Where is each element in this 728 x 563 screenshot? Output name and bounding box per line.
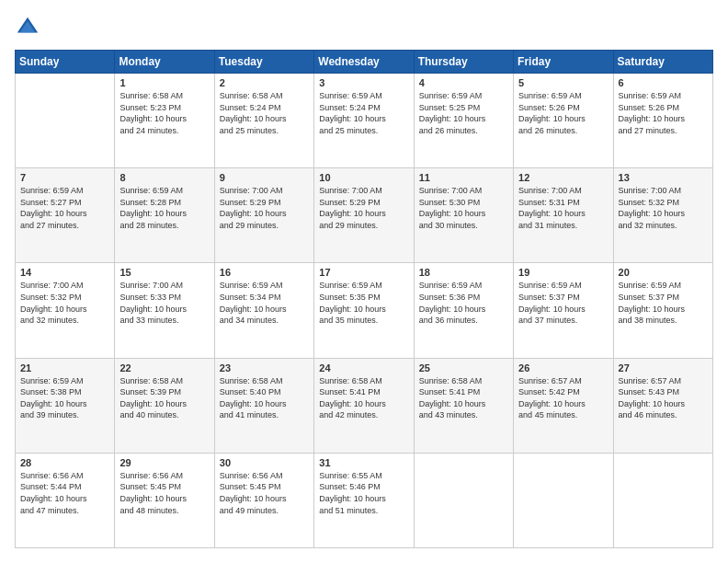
column-header-wednesday: Wednesday xyxy=(314,51,414,74)
calendar-cell: 6Sunrise: 6:59 AM Sunset: 5:26 PM Daylig… xyxy=(613,74,712,168)
day-info: Sunrise: 6:59 AM Sunset: 5:34 PM Dayligh… xyxy=(220,280,309,326)
calendar-cell: 31Sunrise: 6:55 AM Sunset: 5:46 PM Dayli… xyxy=(314,453,414,547)
day-info: Sunrise: 7:00 AM Sunset: 5:32 PM Dayligh… xyxy=(619,185,708,231)
calendar-week-2: 7Sunrise: 6:59 AM Sunset: 5:27 PM Daylig… xyxy=(16,168,713,263)
day-info: Sunrise: 6:59 AM Sunset: 5:37 PM Dayligh… xyxy=(619,280,708,326)
logo xyxy=(15,15,44,40)
day-info: Sunrise: 6:57 AM Sunset: 5:43 PM Dayligh… xyxy=(619,375,708,421)
day-number: 28 xyxy=(20,457,109,468)
day-info: Sunrise: 6:59 AM Sunset: 5:24 PM Dayligh… xyxy=(319,90,408,136)
day-number: 13 xyxy=(619,172,708,183)
day-number: 19 xyxy=(518,267,608,278)
day-number: 20 xyxy=(619,267,708,278)
column-header-thursday: Thursday xyxy=(414,51,513,74)
calendar-cell xyxy=(414,453,513,547)
calendar-cell: 3Sunrise: 6:59 AM Sunset: 5:24 PM Daylig… xyxy=(314,74,414,168)
calendar-cell: 8Sunrise: 6:59 AM Sunset: 5:28 PM Daylig… xyxy=(115,168,214,263)
calendar-cell: 4Sunrise: 6:59 AM Sunset: 5:25 PM Daylig… xyxy=(414,74,513,168)
day-info: Sunrise: 6:59 AM Sunset: 5:36 PM Dayligh… xyxy=(419,280,508,326)
day-info: Sunrise: 7:00 AM Sunset: 5:33 PM Dayligh… xyxy=(119,280,209,326)
page: SundayMondayTuesdayWednesdayThursdayFrid… xyxy=(0,0,728,563)
calendar-cell: 16Sunrise: 6:59 AM Sunset: 5:34 PM Dayli… xyxy=(214,263,313,358)
day-info: Sunrise: 7:00 AM Sunset: 5:29 PM Dayligh… xyxy=(220,185,309,231)
day-info: Sunrise: 6:56 AM Sunset: 5:45 PM Dayligh… xyxy=(119,470,209,516)
calendar-cell: 2Sunrise: 6:58 AM Sunset: 5:24 PM Daylig… xyxy=(214,74,313,168)
day-info: Sunrise: 6:56 AM Sunset: 5:44 PM Dayligh… xyxy=(20,470,109,516)
calendar-cell: 1Sunrise: 6:58 AM Sunset: 5:23 PM Daylig… xyxy=(115,74,214,168)
day-info: Sunrise: 7:00 AM Sunset: 5:31 PM Dayligh… xyxy=(518,185,608,231)
calendar-cell: 10Sunrise: 7:00 AM Sunset: 5:29 PM Dayli… xyxy=(314,168,414,263)
calendar-cell: 9Sunrise: 7:00 AM Sunset: 5:29 PM Daylig… xyxy=(214,168,313,263)
day-number: 16 xyxy=(220,267,309,278)
calendar-cell: 17Sunrise: 6:59 AM Sunset: 5:35 PM Dayli… xyxy=(314,263,414,358)
column-header-friday: Friday xyxy=(514,51,613,74)
day-number: 25 xyxy=(419,362,508,373)
calendar-cell: 5Sunrise: 6:59 AM Sunset: 5:26 PM Daylig… xyxy=(514,74,613,168)
calendar-cell: 12Sunrise: 7:00 AM Sunset: 5:31 PM Dayli… xyxy=(514,168,613,263)
calendar-table: SundayMondayTuesdayWednesdayThursdayFrid… xyxy=(15,50,713,548)
calendar-cell: 15Sunrise: 7:00 AM Sunset: 5:33 PM Dayli… xyxy=(115,263,214,358)
day-number: 22 xyxy=(119,362,209,373)
column-header-saturday: Saturday xyxy=(613,51,712,74)
day-number: 7 xyxy=(20,172,109,183)
day-number: 21 xyxy=(20,362,109,373)
day-number: 14 xyxy=(20,267,109,278)
calendar-cell: 24Sunrise: 6:58 AM Sunset: 5:41 PM Dayli… xyxy=(314,358,414,453)
day-number: 1 xyxy=(119,77,209,88)
day-info: Sunrise: 6:57 AM Sunset: 5:42 PM Dayligh… xyxy=(518,375,608,421)
day-number: 23 xyxy=(220,362,309,373)
calendar-cell: 20Sunrise: 6:59 AM Sunset: 5:37 PM Dayli… xyxy=(613,263,712,358)
calendar-cell: 7Sunrise: 6:59 AM Sunset: 5:27 PM Daylig… xyxy=(16,168,115,263)
day-number: 4 xyxy=(419,77,508,88)
calendar-cell xyxy=(514,453,613,547)
calendar-week-3: 14Sunrise: 7:00 AM Sunset: 5:32 PM Dayli… xyxy=(16,263,713,358)
calendar-cell: 13Sunrise: 7:00 AM Sunset: 5:32 PM Dayli… xyxy=(613,168,712,263)
calendar-cell: 19Sunrise: 6:59 AM Sunset: 5:37 PM Dayli… xyxy=(514,263,613,358)
calendar-header-row: SundayMondayTuesdayWednesdayThursdayFrid… xyxy=(16,51,713,74)
day-number: 27 xyxy=(619,362,708,373)
day-info: Sunrise: 6:58 AM Sunset: 5:41 PM Dayligh… xyxy=(419,375,508,421)
calendar-cell: 29Sunrise: 6:56 AM Sunset: 5:45 PM Dayli… xyxy=(115,453,214,547)
day-number: 24 xyxy=(319,362,408,373)
calendar-week-5: 28Sunrise: 6:56 AM Sunset: 5:44 PM Dayli… xyxy=(16,453,713,547)
day-number: 11 xyxy=(419,172,508,183)
day-info: Sunrise: 6:59 AM Sunset: 5:38 PM Dayligh… xyxy=(20,375,109,421)
day-info: Sunrise: 6:55 AM Sunset: 5:46 PM Dayligh… xyxy=(319,470,408,516)
calendar-cell: 28Sunrise: 6:56 AM Sunset: 5:44 PM Dayli… xyxy=(16,453,115,547)
day-number: 12 xyxy=(518,172,608,183)
day-number: 8 xyxy=(119,172,209,183)
day-number: 5 xyxy=(518,77,608,88)
day-number: 3 xyxy=(319,77,408,88)
day-info: Sunrise: 6:59 AM Sunset: 5:35 PM Dayligh… xyxy=(319,280,408,326)
column-header-tuesday: Tuesday xyxy=(214,51,313,74)
day-number: 9 xyxy=(220,172,309,183)
calendar-cell xyxy=(613,453,712,547)
calendar-cell: 30Sunrise: 6:56 AM Sunset: 5:45 PM Dayli… xyxy=(214,453,313,547)
calendar-cell: 18Sunrise: 6:59 AM Sunset: 5:36 PM Dayli… xyxy=(414,263,513,358)
calendar-cell xyxy=(16,74,115,168)
day-number: 26 xyxy=(518,362,608,373)
column-header-monday: Monday xyxy=(115,51,214,74)
calendar-cell: 14Sunrise: 7:00 AM Sunset: 5:32 PM Dayli… xyxy=(16,263,115,358)
day-info: Sunrise: 7:00 AM Sunset: 5:30 PM Dayligh… xyxy=(419,185,508,231)
day-info: Sunrise: 6:58 AM Sunset: 5:23 PM Dayligh… xyxy=(119,90,209,136)
column-header-sunday: Sunday xyxy=(16,51,115,74)
day-number: 29 xyxy=(119,457,209,468)
calendar-cell: 23Sunrise: 6:58 AM Sunset: 5:40 PM Dayli… xyxy=(214,358,313,453)
calendar-cell: 11Sunrise: 7:00 AM Sunset: 5:30 PM Dayli… xyxy=(414,168,513,263)
day-info: Sunrise: 6:58 AM Sunset: 5:40 PM Dayligh… xyxy=(220,375,309,421)
calendar-cell: 22Sunrise: 6:58 AM Sunset: 5:39 PM Dayli… xyxy=(115,358,214,453)
day-number: 30 xyxy=(220,457,309,468)
day-number: 2 xyxy=(220,77,309,88)
day-info: Sunrise: 6:56 AM Sunset: 5:45 PM Dayligh… xyxy=(220,470,309,516)
day-number: 6 xyxy=(619,77,708,88)
header xyxy=(15,15,713,40)
calendar-week-1: 1Sunrise: 6:58 AM Sunset: 5:23 PM Daylig… xyxy=(16,74,713,168)
calendar-week-4: 21Sunrise: 6:59 AM Sunset: 5:38 PM Dayli… xyxy=(16,358,713,453)
calendar-cell: 25Sunrise: 6:58 AM Sunset: 5:41 PM Dayli… xyxy=(414,358,513,453)
day-info: Sunrise: 6:59 AM Sunset: 5:25 PM Dayligh… xyxy=(419,90,508,136)
calendar-cell: 21Sunrise: 6:59 AM Sunset: 5:38 PM Dayli… xyxy=(16,358,115,453)
day-info: Sunrise: 6:59 AM Sunset: 5:27 PM Dayligh… xyxy=(20,185,109,231)
day-info: Sunrise: 6:59 AM Sunset: 5:26 PM Dayligh… xyxy=(619,90,708,136)
day-info: Sunrise: 7:00 AM Sunset: 5:29 PM Dayligh… xyxy=(319,185,408,231)
